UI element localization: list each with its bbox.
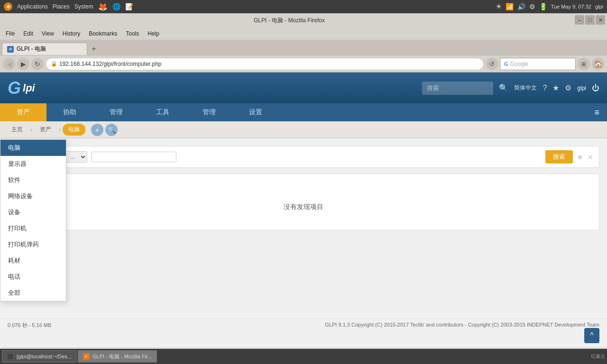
menu-edit[interactable]: Edit: [19, 29, 37, 38]
os-menu-applications[interactable]: Applications: [17, 3, 48, 10]
browser-tabbar: G GLPI - 电脑 +: [0, 40, 607, 55]
language-button[interactable]: 简体中文: [514, 84, 537, 92]
browser-search-box[interactable]: G Google: [500, 58, 576, 70]
browser-navbar: ◀ ▶ ↻ 🔒 192.168.144.132/glpi/front/compu…: [0, 55, 607, 72]
add-item-button[interactable]: +: [91, 124, 103, 136]
breadcrumb-home[interactable]: 主页: [6, 124, 28, 136]
result-area: 🗑 没有发现项目: [8, 173, 599, 230]
os-menu-system[interactable]: System: [74, 3, 93, 10]
os-menu-places[interactable]: Places: [53, 3, 70, 10]
zoom-button[interactable]: ⊕: [578, 58, 590, 70]
bluetooth-icon: ⚙: [529, 3, 535, 10]
menu-bookmarks[interactable]: Bookmarks: [85, 29, 121, 38]
battery-icon: 🔋: [539, 3, 547, 10]
dropdown-item-software[interactable]: 软件: [0, 172, 66, 188]
filter-value-input[interactable]: [91, 152, 176, 162]
menu-history[interactable]: History: [59, 29, 84, 38]
reload-button[interactable]: ↺: [486, 58, 498, 70]
search-item-button[interactable]: 🔍: [105, 124, 118, 136]
minimize-button[interactable]: –: [575, 15, 584, 25]
nav-assets[interactable]: 资产: [0, 103, 46, 121]
dropdown-item-phone[interactable]: 电话: [0, 269, 66, 285]
glpi-header: G lpi 🔍 简体中文 ? ★ ⚙ glpi ⏻: [0, 73, 607, 103]
menu-tools[interactable]: Tools: [122, 29, 143, 38]
nav-manage1[interactable]: 管理: [93, 103, 139, 121]
tab-favicon: G: [7, 46, 14, 53]
os-logo-icon[interactable]: ❖: [4, 2, 12, 11]
browser-title: GLPI - 电脑 - Mozilla Firefox: [254, 17, 325, 25]
dropdown-item-consumable[interactable]: 耗材: [0, 253, 66, 269]
close-button[interactable]: ✕: [596, 15, 605, 25]
browser-window-controls: – □ ✕: [575, 15, 605, 25]
browser-chrome: GLPI - 电脑 - Mozilla Firefox – □ ✕ File E…: [0, 13, 607, 73]
header-search-input[interactable]: [422, 82, 493, 95]
filter-select[interactable]: ...: [64, 151, 87, 163]
performance-info: 0.076 秒 - 5.16 MB: [8, 322, 51, 329]
nav-manage2[interactable]: 管理: [186, 103, 232, 121]
glpi-app: G lpi 🔍 简体中文 ? ★ ⚙ glpi ⏻ 资产 协助 管理 工具 管理…: [0, 73, 607, 347]
breadcrumb-computer[interactable]: 电脑: [63, 124, 85, 136]
home-button[interactable]: 🏠: [592, 58, 604, 70]
no-results-label: 没有发现项目: [284, 203, 323, 211]
tab-label: GLPI - 电脑: [17, 45, 46, 53]
volume-icon: 🔊: [517, 3, 525, 10]
settings-icon[interactable]: ⚙: [565, 83, 571, 92]
glpi-footer: 0.076 秒 - 5.16 MB GLPI 9.1.3 Copyright (…: [0, 318, 607, 332]
nav-tools[interactable]: 工具: [139, 103, 186, 121]
help-icon[interactable]: ?: [543, 84, 547, 92]
scroll-up-button[interactable]: ^: [584, 328, 599, 343]
os-topbar: ❖ Applications Places System 🦊 🌐 📝 ☀ 📶 🔊…: [0, 0, 607, 13]
search-button[interactable]: 搜索: [545, 150, 573, 164]
breadcrumb-assets[interactable]: 资产: [34, 124, 57, 136]
header-search-button[interactable]: 🔍: [499, 83, 508, 92]
menu-help[interactable]: Help: [144, 29, 163, 38]
google-icon: G: [504, 61, 508, 67]
logo-g: G: [8, 80, 21, 97]
network-status-icon: 📶: [506, 3, 514, 10]
datetime: Tue May 9, 07:32: [551, 4, 591, 9]
breadcrumb-bar: 主页 › 资产 › 电脑 + 🔍: [0, 121, 607, 138]
bookmark-icon[interactable]: ★: [552, 83, 559, 92]
glpi-nav: 资产 协助 管理 工具 管理 设置 ≡: [0, 103, 607, 121]
brightness-icon: ☀: [496, 2, 502, 11]
os-username: glpi: [595, 4, 603, 9]
copyright-info: GLPI 9.1.3 Copyright (C) 2015-2017 Tecli…: [325, 322, 599, 329]
url-text: 192.168.144.132/glpi/front/computer.php: [59, 61, 162, 67]
new-tab-button[interactable]: +: [87, 43, 101, 55]
logo-lpi: lpi: [23, 83, 35, 93]
search-placeholder: Google: [510, 61, 529, 67]
network-icon: 🌐: [112, 3, 120, 10]
dropdown-item-cartridge[interactable]: 打印机弹药: [0, 237, 66, 253]
nav-wrapper: 资产 协助 管理 工具 管理 设置 ≡ 电脑 显示器 软件 网络设备 设备 打印…: [0, 103, 607, 121]
dropdown-menu: 电脑 显示器 软件 网络设备 设备 打印机 打印机弹药 耗材 电话 全部: [0, 139, 66, 301]
dropdown-item-monitor[interactable]: 显示器: [0, 156, 66, 172]
browser-tab[interactable]: G GLPI - 电脑: [2, 43, 87, 55]
nav-assist[interactable]: 协助: [46, 103, 93, 121]
dropdown-item-network[interactable]: 网络设备: [0, 188, 66, 204]
dropdown-item-all[interactable]: 全部: [0, 285, 66, 301]
browser-menubar: File Edit View History Bookmarks Tools H…: [0, 27, 607, 40]
menu-file[interactable]: File: [2, 29, 18, 38]
clear-filter-icon[interactable]: ✕: [587, 153, 593, 162]
dropdown-item-device[interactable]: 设备: [0, 204, 66, 220]
dropdown-item-printer[interactable]: 打印机: [0, 220, 66, 237]
lock-icon: 🔒: [51, 61, 57, 67]
dropdown-item-computer[interactable]: 电脑: [0, 140, 66, 156]
user-button[interactable]: glpi: [577, 85, 586, 91]
nav-settings[interactable]: 设置: [232, 103, 279, 121]
forward-button[interactable]: ▶: [17, 58, 29, 70]
breadcrumb-sep-1: ›: [30, 127, 32, 133]
filter-bar: + + ...具目 ... 搜索 ★ ✕: [8, 146, 599, 168]
nav-hamburger-icon[interactable]: ≡: [587, 103, 607, 121]
breadcrumb-sep-2: ›: [59, 127, 61, 133]
refresh-button[interactable]: ↻: [31, 58, 44, 70]
favorite-star-icon[interactable]: ★: [577, 153, 583, 162]
back-button[interactable]: ◀: [3, 58, 15, 70]
menu-view[interactable]: View: [38, 29, 58, 38]
maximize-button[interactable]: □: [585, 15, 595, 25]
url-bar[interactable]: 🔒 192.168.144.132/glpi/front/computer.ph…: [46, 58, 484, 70]
os-topbar-left: ❖ Applications Places System 🦊 🌐 📝: [4, 2, 133, 11]
os-topbar-right: ☀ 📶 🔊 ⚙ 🔋 Tue May 9, 07:32 glpi: [496, 2, 603, 11]
power-icon[interactable]: ⏻: [592, 84, 599, 92]
glpi-main: + + ...具目 ... 搜索 ★ ✕ 🗑 没有发现项目: [0, 138, 607, 318]
